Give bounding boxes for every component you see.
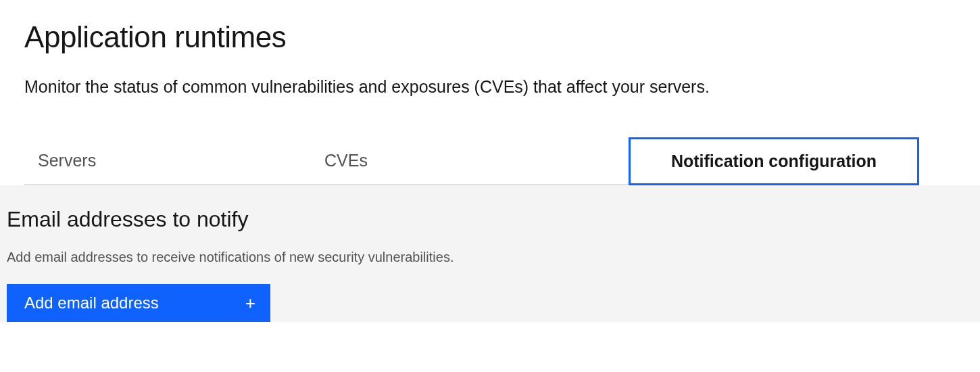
page-container: Application runtimes Monitor the status … xyxy=(0,0,980,322)
tab-notification-configuration[interactable]: Notification configuration xyxy=(629,137,919,185)
tab-servers[interactable]: Servers xyxy=(24,137,311,185)
page-subtitle: Monitor the status of common vulnerabili… xyxy=(24,77,980,97)
add-button-label: Add email address xyxy=(24,294,159,312)
panel-subtitle: Add email addresses to receive notificat… xyxy=(7,250,980,265)
notification-panel: Email addresses to notify Add email addr… xyxy=(0,185,980,322)
tab-label: Servers xyxy=(38,151,96,170)
tab-bar: Servers CVEs Notification configuration xyxy=(24,137,919,185)
tab-label: Notification configuration xyxy=(671,152,877,171)
tab-label: CVEs xyxy=(324,151,368,170)
tab-cves[interactable]: CVEs xyxy=(311,137,629,185)
panel-title: Email addresses to notify xyxy=(7,207,980,232)
page-title: Application runtimes xyxy=(24,20,980,54)
plus-icon: + xyxy=(245,294,255,312)
add-email-address-button[interactable]: Add email address + xyxy=(7,284,270,322)
